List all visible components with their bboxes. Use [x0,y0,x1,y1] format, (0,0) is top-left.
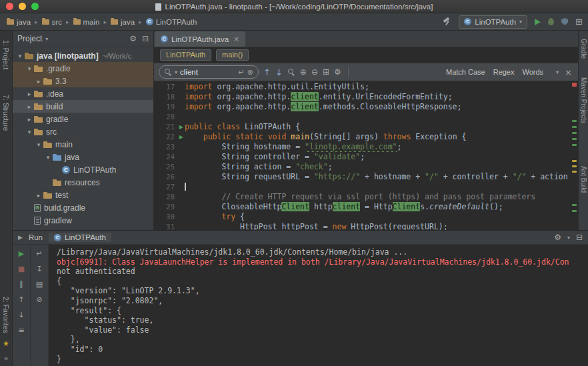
search-icon[interactable] [164,68,172,76]
editor-gutter[interactable]: 21▶ [154,122,185,132]
change-mark[interactable] [572,204,577,206]
newline-icon[interactable]: ↵ [239,68,245,77]
editor-gutter[interactable]: 19 [154,102,185,112]
tree-item-build[interactable]: ▸build [13,100,153,113]
tree-item-gradle[interactable]: ▸gradle [13,113,153,125]
close-search-icon[interactable]: × [565,67,572,77]
code-line-21[interactable]: 21▶public class LinOTPAuth { [154,122,578,132]
editor-gutter[interactable]: 28 [154,192,185,202]
run-settings-gear-icon[interactable]: ⚙ [554,233,561,242]
tool-stripe-maven-projects[interactable]: Maven Projects [580,77,587,123]
run-tab[interactable]: C LinOTPAuth [49,233,111,242]
tool-stripe-2-favorites[interactable]: 2: Favorites [2,297,10,333]
add-occurrence-icon[interactable]: ⊕ [300,67,307,77]
navbar-item-src[interactable]: src [41,17,63,27]
editor-gutter[interactable]: 23 [154,142,185,152]
chevron-down-icon[interactable]: ▾ [25,65,34,72]
find-all-icon[interactable] [287,68,295,76]
error-mark[interactable] [572,83,577,87]
editor-gutter[interactable]: 29 [154,202,185,212]
tree-item-main[interactable]: ▾main [13,138,153,151]
print-icon[interactable]: ▤ [36,281,43,289]
tool-stripe-1-project[interactable]: 1: Project [2,40,10,69]
toggle-regex[interactable]: Regex [493,68,515,76]
more-options-chevron-icon[interactable]: ▾ [556,69,559,75]
tree-item-resources[interactable]: resources [13,176,153,189]
tree-item-java-linotpauth[interactable]: ▾java [linotpauth]~/Work/c [13,49,153,62]
code-line-17[interactable]: 17import org.apache.http.util.EntityUtil… [154,82,578,92]
chevron-down-icon[interactable]: ▾ [34,141,43,148]
chevron-right-icon[interactable]: ▸ [25,116,34,123]
toggle-words[interactable]: Words [522,68,543,76]
clear-console-icon[interactable]: ⊘ [36,296,42,304]
minimize-window-button[interactable] [19,3,26,10]
breadcrumb-method[interactable]: main() [216,49,249,61]
editor-gutter[interactable]: 26 [154,172,185,182]
scroll-to-end-icon[interactable]: ↧ [36,265,42,273]
chevron-down-icon[interactable]: ▾ [25,129,34,135]
select-all-occurrences-icon[interactable]: ⊞ [323,67,329,77]
navbar-item-java[interactable]: java [109,17,136,27]
code-line-31[interactable]: 31 HttpPost httpPost = new HttpPost(requ… [154,222,578,230]
tool-stripe-gradle[interactable]: Gradle [580,39,587,59]
editor-tab[interactable]: C LinOTPAuth.java × [155,31,245,47]
code-line-27[interactable]: 27 [154,182,578,192]
tree-item-linotpauth[interactable]: CLinOTPAuth [13,163,153,176]
editor-gutter[interactable]: 20 [154,112,185,122]
warning-mark[interactable] [572,160,577,162]
prev-match-icon[interactable]: ↑ [263,67,271,77]
clear-search-icon[interactable]: ⊗ [247,68,253,77]
change-mark[interactable] [572,132,577,134]
chevron-down-icon[interactable]: ▾ [45,36,48,42]
warning-mark[interactable] [572,171,577,173]
console-settings-icon[interactable]: ≡ [18,327,24,335]
editor-gutter[interactable]: 30 [154,212,185,222]
run-config-selector[interactable]: C LinOTPAuth ▾ [459,15,527,29]
coverage-button[interactable] [561,18,568,25]
editor-gutter[interactable]: 31 [154,222,185,230]
chevron-right-icon[interactable]: ▸ [25,103,34,110]
change-mark[interactable] [572,144,577,146]
code-line-19[interactable]: 19import org.apache.http.client.methods.… [154,102,578,112]
change-mark[interactable] [572,126,577,128]
down-stack-trace-icon[interactable]: ↓ [18,311,24,319]
tool-stripe-7-structure[interactable]: 7: Structure [2,95,10,131]
favorites-star-icon[interactable]: ★ [3,339,9,348]
breadcrumb-class[interactable]: LinOTPAuth [160,49,211,61]
code-line-23[interactable]: 23 String hostname = "linotp.example.com… [154,142,578,152]
zoom-window-button[interactable] [31,3,39,10]
tree-item-3-3[interactable]: ▸3.3 [13,75,153,87]
editor-gutter[interactable]: 27 [154,182,185,192]
navbar-item-java[interactable]: java [5,17,32,27]
tree-item-gradle[interactable]: ▾.gradle [13,62,153,75]
editor-gutter[interactable]: 25 [154,162,185,172]
stop-icon[interactable]: ■ [18,265,25,273]
chevron-down-icon[interactable]: ▾ [15,53,25,59]
change-mark[interactable] [572,120,577,122]
settings-gear-icon[interactable]: ⚙ [129,34,137,43]
code-line-28[interactable]: 28 // Create HTTP request via ssl port (… [154,192,578,202]
toggle-match-case[interactable]: Match Case [446,68,485,76]
console-output[interactable]: /Library/Java/JavaVirtualMachines/jdk1.8… [49,245,588,366]
navbar-item-main[interactable]: main [72,17,101,27]
editor-gutter[interactable]: 24 [154,152,185,162]
hidden-toolwindows-icon[interactable]: » [4,354,9,363]
editor-gutter[interactable]: 22▶ [154,132,185,142]
code-line-24[interactable]: 24 String controller = "validate"; [154,152,578,162]
code-line-30[interactable]: 30 try { [154,212,578,222]
build-hammer-icon[interactable] [443,17,451,26]
run-line-icon[interactable]: ▶ [179,123,183,131]
code-line-25[interactable]: 25 String action = "check"; [154,162,578,172]
tree-item-idea[interactable]: ▸.idea [13,87,153,100]
chevron-right-icon[interactable]: ▸ [34,192,43,199]
tool-stripe-ant-build[interactable]: Ant Build [580,166,587,193]
next-match-icon[interactable]: ↓ [275,67,283,77]
code-line-20[interactable]: 20 [154,112,578,122]
layout-grid-icon[interactable]: ⊞ [575,17,583,27]
tree-item-java[interactable]: ▾java [13,151,153,163]
chevron-down-icon[interactable]: ▾ [43,154,53,161]
run-line-icon[interactable]: ▶ [179,133,183,141]
tree-item-build-gradle[interactable]: Gbuild.gradle [13,201,153,214]
chevron-right-icon[interactable]: ▸ [34,78,43,85]
search-settings-icon[interactable]: ⚙ [334,67,341,77]
